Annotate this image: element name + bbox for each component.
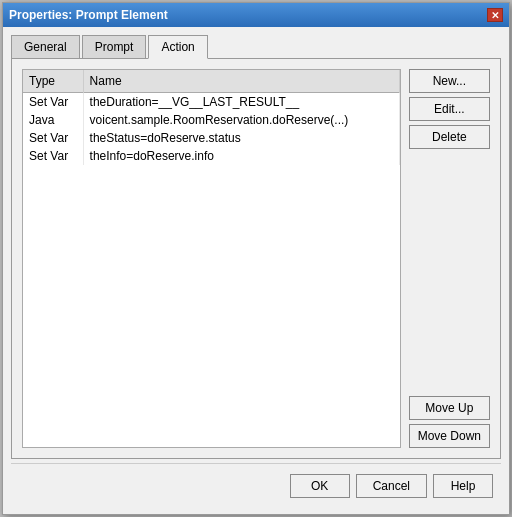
column-header-name: Name xyxy=(83,70,399,93)
cell-name: theDuration=__VG__LAST_RESULT__ xyxy=(83,93,399,112)
table-header-row: Type Name xyxy=(23,70,399,93)
tab-action[interactable]: Action xyxy=(148,35,207,59)
tab-general[interactable]: General xyxy=(11,35,80,59)
cell-type: Set Var xyxy=(23,147,83,165)
table-row[interactable]: Set VartheInfo=doReserve.info xyxy=(23,147,399,165)
table-row[interactable]: Javavoicent.sample.RoomReservation.doRes… xyxy=(23,111,399,129)
column-header-type: Type xyxy=(23,70,83,93)
sidebar-buttons: New... Edit... Delete Move Up Move Down xyxy=(409,69,490,448)
actions-table-container[interactable]: Type Name Set VartheDuration=__VG__LAST_… xyxy=(22,69,401,448)
window-body: General Prompt Action Type Name xyxy=(3,27,509,514)
actions-table: Type Name Set VartheDuration=__VG__LAST_… xyxy=(23,70,400,165)
btn-spacer xyxy=(409,153,490,392)
cell-type: Java xyxy=(23,111,83,129)
cell-type: Set Var xyxy=(23,129,83,147)
main-area: Type Name Set VartheDuration=__VG__LAST_… xyxy=(22,69,401,448)
delete-button[interactable]: Delete xyxy=(409,125,490,149)
cell-name: theInfo=doReserve.info xyxy=(83,147,399,165)
title-bar-text: Properties: Prompt Element xyxy=(9,8,168,22)
tab-content-action: Type Name Set VartheDuration=__VG__LAST_… xyxy=(11,58,501,459)
move-down-button[interactable]: Move Down xyxy=(409,424,490,448)
help-button[interactable]: Help xyxy=(433,474,493,498)
cell-name: theStatus=doReserve.status xyxy=(83,129,399,147)
title-bar: Properties: Prompt Element ✕ xyxy=(3,3,509,27)
edit-button[interactable]: Edit... xyxy=(409,97,490,121)
cell-type: Set Var xyxy=(23,93,83,112)
new-button[interactable]: New... xyxy=(409,69,490,93)
tabs-bar: General Prompt Action xyxy=(11,35,501,59)
table-row[interactable]: Set VartheDuration=__VG__LAST_RESULT__ xyxy=(23,93,399,112)
ok-button[interactable]: OK xyxy=(290,474,350,498)
close-button[interactable]: ✕ xyxy=(487,8,503,22)
footer: OK Cancel Help xyxy=(11,463,501,506)
move-up-button[interactable]: Move Up xyxy=(409,396,490,420)
cell-name: voicent.sample.RoomReservation.doReserve… xyxy=(83,111,399,129)
properties-dialog: Properties: Prompt Element ✕ General Pro… xyxy=(2,2,510,515)
tab-prompt[interactable]: Prompt xyxy=(82,35,147,59)
cancel-button[interactable]: Cancel xyxy=(356,474,427,498)
table-row[interactable]: Set VartheStatus=doReserve.status xyxy=(23,129,399,147)
